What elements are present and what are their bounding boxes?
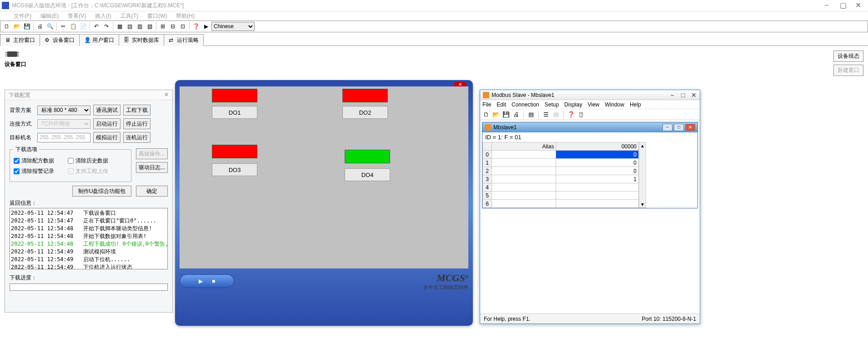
log-textarea[interactable]: 2022-05-11 12:54:47 下载设备窗口2022-05-11 12:…	[10, 208, 168, 269]
grid4-icon[interactable]: ▧	[145, 22, 154, 31]
table-row[interactable]: 6	[483, 200, 639, 208]
help-icon[interactable]: ❓	[191, 22, 201, 31]
sim-run-button[interactable]: 模拟运行	[93, 132, 120, 143]
flow-icon: ⇄	[169, 37, 175, 43]
menu-file[interactable]: 文件(F)	[9, 11, 36, 21]
clear-alarm-checkbox[interactable]: 清除报警记录	[14, 167, 54, 175]
close-icon[interactable]: ✕	[855, 2, 862, 9]
do-button-2[interactable]: DO2	[342, 106, 388, 119]
mb-save-icon[interactable]: 💾	[502, 111, 510, 119]
menu-insert[interactable]: 插入(I)	[90, 11, 115, 21]
log-line: 2022-05-11 12:54:47 正在下载窗口"窗口0"......	[11, 217, 166, 225]
mb-menu-connection[interactable]: Connection	[512, 101, 539, 108]
window1-icon[interactable]: ⊞	[158, 22, 167, 31]
device-config-button[interactable]: 设备组态	[833, 51, 863, 62]
minimize-icon[interactable]: −	[824, 2, 831, 9]
mb-menu-edit[interactable]: Edit	[497, 101, 506, 108]
redo-icon[interactable]: ↷	[102, 22, 111, 31]
menu-view[interactable]: 查看(V)	[63, 11, 90, 21]
do-button-4[interactable]: DO4	[345, 168, 390, 181]
new-icon[interactable]: 🗋	[2, 22, 11, 31]
tab-db[interactable]: 🗄实时数据库	[119, 34, 164, 46]
mb-inner-maximize-icon[interactable]: □	[674, 124, 684, 131]
grid1-icon[interactable]: ▦	[115, 22, 124, 31]
do-button-1[interactable]: DO1	[212, 106, 257, 119]
cut-icon[interactable]: ✂	[59, 22, 68, 31]
mb-connect-icon[interactable]: ▤	[527, 111, 535, 119]
paste-icon[interactable]: 📄	[79, 22, 88, 31]
preview-icon[interactable]: 🔍	[45, 22, 55, 31]
table-row[interactable]: 4	[483, 183, 639, 192]
new-window-button: 新建窗口	[833, 65, 863, 76]
modbus-close-icon[interactable]: ✕	[691, 92, 697, 98]
comm-test-button[interactable]: 通讯测试	[93, 105, 120, 116]
svg-rect-0	[7, 51, 17, 57]
tab-user[interactable]: 👤用户窗口	[79, 34, 119, 46]
driver-log-button[interactable]: 驱动日志...	[136, 162, 168, 173]
mb-menu-file[interactable]: File	[482, 101, 491, 108]
mb-open-icon[interactable]: 📂	[492, 111, 500, 119]
mb-menu-help[interactable]: Help	[630, 101, 641, 108]
table-row[interactable]: 20	[483, 167, 639, 175]
menu-help[interactable]: 帮助(H)	[171, 11, 199, 21]
mb-menu-display[interactable]: Display	[564, 101, 582, 108]
clear-recipe-checkbox[interactable]: 清除配方数据	[14, 157, 54, 165]
mb-col-header[interactable]	[483, 142, 492, 151]
grid2-icon[interactable]: ▤	[125, 22, 134, 31]
clear-history-checkbox[interactable]: 清除历史数据	[68, 157, 108, 165]
table-row[interactable]: 31	[483, 175, 639, 183]
mb-menu-window[interactable]: Window	[605, 101, 624, 108]
stop-run-button[interactable]: 停止运行	[123, 118, 151, 129]
make-usb-button[interactable]: 制作U盘综合功能包	[72, 186, 131, 197]
mb-print-icon[interactable]: 🖨	[512, 111, 520, 119]
maximize-icon[interactable]: ▢	[840, 2, 846, 9]
project-download-button[interactable]: 工程下载	[123, 105, 151, 116]
mb-new-icon[interactable]: 🗋	[482, 111, 490, 119]
modbus-minimize-icon[interactable]: −	[669, 92, 675, 98]
print-icon[interactable]: 🖨	[35, 22, 45, 31]
menu-edit[interactable]: 编辑(E)	[36, 11, 63, 21]
mb-inner-minimize-icon[interactable]: −	[662, 124, 672, 131]
window2-icon[interactable]: ⊟	[168, 22, 177, 31]
save-icon[interactable]: 💾	[22, 22, 31, 31]
open-icon[interactable]: 📂	[12, 22, 21, 31]
mb-whatsthis-icon[interactable]: ⍰	[577, 111, 585, 119]
mb-menu-view[interactable]: View	[587, 101, 599, 108]
tab-main[interactable]: 🖥主控窗口	[0, 34, 40, 46]
mb-settings-icon[interactable]: ☰	[542, 111, 550, 119]
stop-icon[interactable]: ■	[212, 278, 215, 284]
link-run-button[interactable]: 连机运行	[123, 132, 151, 143]
start-run-button[interactable]: 启动运行	[93, 118, 120, 129]
mb-scrollbar[interactable]: ▴▾	[639, 142, 646, 208]
tab-device[interactable]: ⚙设备窗口	[40, 34, 80, 46]
modbus-table[interactable]: Alias0000000102031456	[482, 142, 639, 208]
mb-menu-setup[interactable]: Setup	[545, 101, 559, 108]
mb-stop-icon[interactable]: ▤	[552, 111, 560, 119]
mb-col-header[interactable]: 00000	[556, 142, 639, 151]
undo-icon[interactable]: ↶	[92, 22, 101, 31]
tab-strategy[interactable]: ⇄运行策略	[164, 34, 204, 46]
do-button-3[interactable]: DO3	[212, 163, 257, 176]
mb-inner-close-icon[interactable]: ✕	[685, 124, 695, 131]
table-row[interactable]: 00	[483, 151, 639, 159]
run-icon[interactable]: ▶	[201, 22, 211, 31]
menu-window[interactable]: 窗口(W)	[143, 11, 171, 21]
bg-scheme-select[interactable]: 标准 800 * 480	[37, 106, 90, 115]
grid3-icon[interactable]: ▥	[135, 22, 144, 31]
ok-button[interactable]: 确定	[136, 186, 168, 197]
window3-icon[interactable]: ⊡	[178, 22, 187, 31]
play-icon[interactable]: ▶	[199, 278, 203, 284]
language-select[interactable]: Chinese	[211, 22, 255, 31]
table-row[interactable]: 10	[483, 159, 639, 167]
mb-about-icon[interactable]: ❓	[567, 111, 575, 119]
copy-icon[interactable]: 📋	[69, 22, 78, 31]
main-toolbar: 🗋 📂 💾 🖨 🔍 ✂ 📋 📄 ↶ ↷ ▦ ▤ ▥ ▧ ⊞ ⊟ ⊡ ❓ ▶ Ch…	[0, 20, 868, 32]
mb-col-header[interactable]: Alias	[492, 142, 556, 151]
tab-bar: 🖥主控窗口 ⚙设备窗口 👤用户窗口 🗄实时数据库 ⇄运行策略	[0, 34, 868, 46]
target-ip-input[interactable]	[37, 133, 90, 142]
modbus-maximize-icon[interactable]: □	[680, 92, 686, 98]
device-panel[interactable]: 设备窗口	[5, 49, 32, 68]
table-row[interactable]: 5	[483, 192, 639, 200]
menu-tools[interactable]: 工具(T)	[116, 11, 143, 21]
dialog-close-icon[interactable]: ✕	[164, 91, 169, 98]
